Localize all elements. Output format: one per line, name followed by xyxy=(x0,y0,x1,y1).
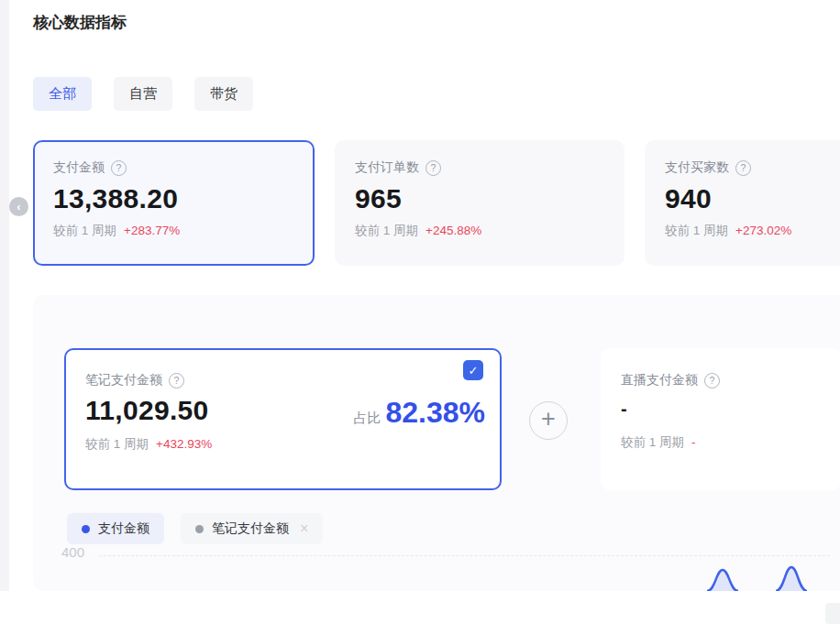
share-value: 82.38% xyxy=(385,398,485,427)
metric-value: 11,029.50 xyxy=(85,394,209,427)
chart-legend: 支付金额 笔记支付金额 × xyxy=(67,513,323,544)
compare-label: 较前 1 周期 xyxy=(665,223,728,239)
help-icon[interactable]: ? xyxy=(735,160,751,176)
scrollbar-corner[interactable] xyxy=(825,603,840,624)
compare-label: 较前 1 周期 xyxy=(53,223,116,239)
tab-all[interactable]: 全部 xyxy=(33,77,92,111)
metric-card-header: 直播支付金额 ? xyxy=(621,372,840,389)
tab-self-operated[interactable]: 自营 xyxy=(114,77,172,111)
tab-affiliate[interactable]: 带货 xyxy=(194,77,253,111)
share-group: 占比 82.38% xyxy=(353,398,485,427)
metric-value: 940 xyxy=(665,182,840,215)
scope-filter-tabs: 全部 自营 带货 xyxy=(33,77,253,111)
help-icon[interactable]: ? xyxy=(169,373,184,389)
delta-value: +432.93% xyxy=(156,437,212,451)
payment-line-chart-peaks xyxy=(675,561,840,591)
carousel-scroll-left-button[interactable]: ‹ xyxy=(9,197,28,216)
chart-gridline xyxy=(99,555,830,556)
metric-label: 支付买家数 xyxy=(665,159,729,176)
core-metrics-panel: 核心数据指标 全部 自营 带货 ‹ 支付金额 ? 13,388.20 较前 1 … xyxy=(0,0,840,624)
breakdown-section: ✓ 笔记支付金额 ? 11,029.50 占比 82.38% 较前 1 周期 +… xyxy=(33,295,840,591)
metric-card-header: 支付买家数 ? xyxy=(665,159,840,176)
share-label: 占比 xyxy=(353,410,381,427)
delta-value: +245.88% xyxy=(426,224,481,237)
metric-value: - xyxy=(621,400,840,418)
metric-compare-row: 较前 1 周期 - xyxy=(621,434,840,451)
note-value-row: 11,029.50 占比 82.38% xyxy=(85,394,500,427)
delta-value: +283.77% xyxy=(124,224,180,237)
legend-dot-icon xyxy=(195,525,204,533)
metric-compare-row: 较前 1 周期 +273.02% xyxy=(665,223,840,239)
compare-label: 较前 1 周期 xyxy=(621,434,684,451)
checkmark-icon: ✓ xyxy=(469,365,479,377)
help-icon[interactable]: ? xyxy=(704,373,720,389)
metric-compare-row: 较前 1 周期 +432.93% xyxy=(85,436,500,453)
help-icon[interactable]: ? xyxy=(426,160,441,176)
legend-dot-icon xyxy=(82,525,90,533)
metric-label: 支付金额 xyxy=(53,159,105,176)
metric-card-live-payment-amount[interactable]: 直播支付金额 ? - 较前 1 周期 - xyxy=(601,348,840,490)
compare-label: 较前 1 周期 xyxy=(355,223,418,239)
metric-value: 965 xyxy=(355,182,624,215)
page-title: 核心数据指标 xyxy=(33,12,127,33)
metric-label: 直播支付金额 xyxy=(621,372,698,389)
legend-label: 支付金额 xyxy=(98,520,149,537)
metric-card-payment-orders[interactable]: 支付订单数 ? 965 较前 1 周期 +245.88% xyxy=(335,140,624,266)
metric-compare-row: 较前 1 周期 +283.77% xyxy=(53,223,313,239)
note-card-checkbox[interactable]: ✓ xyxy=(463,360,483,380)
delta-value: - xyxy=(691,435,696,449)
y-axis-tick-label: 400 xyxy=(61,544,84,560)
metric-card-note-payment-amount[interactable]: ✓ 笔记支付金额 ? 11,029.50 占比 82.38% 较前 1 周期 +… xyxy=(64,348,502,490)
close-icon[interactable]: × xyxy=(300,521,308,536)
help-icon[interactable]: ? xyxy=(111,160,127,176)
metric-card-header: 支付订单数 ? xyxy=(355,159,624,176)
legend-tag-payment-amount[interactable]: 支付金额 xyxy=(67,513,164,544)
page-background-edge xyxy=(0,0,9,591)
add-metric-button[interactable]: + xyxy=(529,401,568,440)
metric-card-header: 支付金额 ? xyxy=(53,159,313,176)
metric-value: 13,388.20 xyxy=(53,182,313,215)
chevron-left-icon: ‹ xyxy=(17,201,20,213)
plus-icon: + xyxy=(541,407,556,432)
metric-card-payment-buyers[interactable]: 支付买家数 ? 940 较前 1 周期 +273.02% xyxy=(645,140,840,266)
metric-label: 支付订单数 xyxy=(355,159,419,176)
metric-label: 笔记支付金额 xyxy=(85,372,162,389)
compare-label: 较前 1 周期 xyxy=(85,436,149,453)
legend-label: 笔记支付金额 xyxy=(212,520,289,537)
metric-card-payment-amount[interactable]: 支付金额 ? 13,388.20 较前 1 周期 +283.77% xyxy=(33,140,315,266)
delta-value: +273.02% xyxy=(735,224,791,237)
legend-tag-note-payment-amount[interactable]: 笔记支付金额 × xyxy=(181,513,323,544)
metric-cards-row: 支付金额 ? 13,388.20 较前 1 周期 +283.77% 支付订单数 … xyxy=(33,140,840,266)
metric-card-header: 笔记支付金额 ? xyxy=(85,372,500,389)
metric-compare-row: 较前 1 周期 +245.88% xyxy=(355,223,624,239)
